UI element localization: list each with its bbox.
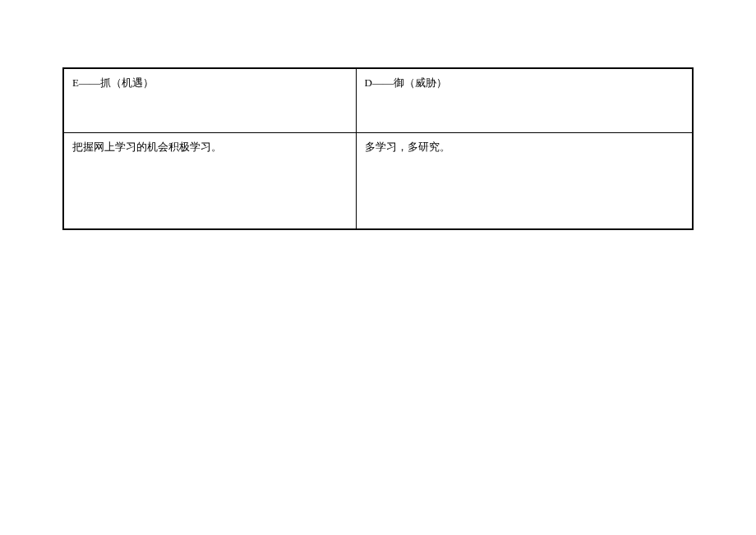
header-cell-e: E——抓（机遇） [63,68,356,132]
table-content-row: 把握网上学习的机会积极学习。 多学习，多研究。 [63,132,693,229]
table-header-row: E——抓（机遇） D——御（威胁） [63,68,693,132]
content-e-text: 把握网上学习的机会积极学习。 [72,141,222,153]
content-cell-d: 多学习，多研究。 [356,132,693,229]
content-d-text: 多学习，多研究。 [365,141,450,153]
content-cell-e: 把握网上学习的机会积极学习。 [63,132,356,229]
page-container: E——抓（机遇） D——御（威胁） 把握网上学习的机会积极学习。 多学习，多研究… [0,0,756,230]
header-d-label: D——御（威胁） [365,76,447,89]
swot-analysis-table: E——抓（机遇） D——御（威胁） 把握网上学习的机会积极学习。 多学习，多研究… [62,67,694,230]
header-cell-d: D——御（威胁） [356,68,693,132]
header-e-label: E——抓（机遇） [72,76,154,89]
